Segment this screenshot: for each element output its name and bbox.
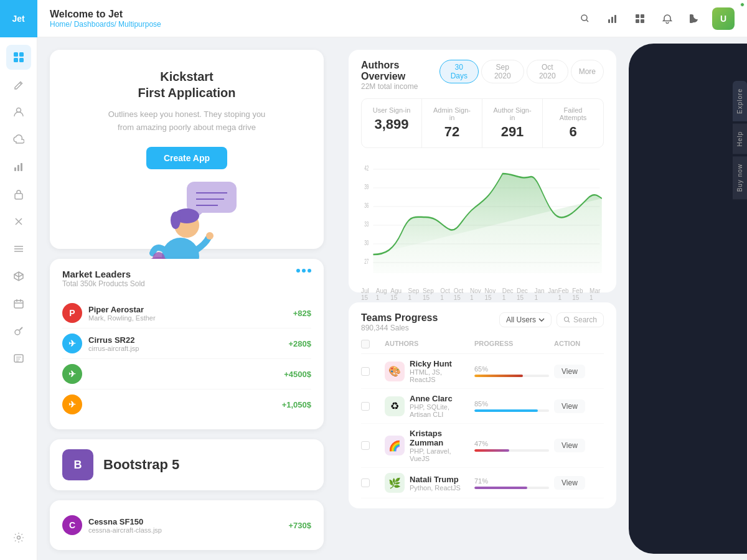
row-checkbox[interactable] <box>361 367 380 376</box>
authors-title-group: Authors Overview 22M total income <box>361 60 439 91</box>
left-column: KickstartFirst Application Outlines keep… <box>37 37 336 560</box>
sidebar-item-cloud[interactable] <box>6 127 31 152</box>
teams-subtitle: 890,344 Sales <box>361 324 438 332</box>
sidebar-item-dashboard[interactable] <box>6 45 31 70</box>
svg-rect-14 <box>608 19 610 23</box>
teams-search[interactable]: Search <box>557 312 604 327</box>
user-filter-label: All Users <box>506 315 536 324</box>
action-anne: View <box>554 399 604 413</box>
analytics-icon[interactable] <box>603 9 622 29</box>
market-value-3: +4500$ <box>284 370 311 379</box>
team-info-kristaps: Kristaps Zumman PHP, Laravel, VueJS <box>410 429 469 462</box>
sidebar-item-lock[interactable] <box>6 182 31 207</box>
table-row: 🌈 Kristaps Zumman PHP, Laravel, VueJS 47… <box>361 424 604 468</box>
row-checkbox-kristaps[interactable] <box>361 441 380 450</box>
svg-text:42: 42 <box>364 165 369 172</box>
teams-table: AUTHORS PROGRESS ACTION 🎨 <box>361 335 604 498</box>
market-leaders-subtitle: Total 350k Products Sold <box>62 279 145 288</box>
bootstrap-icon: B <box>62 449 93 480</box>
market-value-piper: +82$ <box>293 309 311 318</box>
svg-text:36: 36 <box>364 202 369 210</box>
svg-rect-0 <box>14 52 18 57</box>
breadcrumb-dashboards[interactable]: Dashboards/ <box>74 20 116 29</box>
sidebar-item-calendar[interactable] <box>6 291 31 316</box>
sidebar-item-chart[interactable] <box>6 154 31 179</box>
kickstart-description: Outlines keep you honest. They stoping y… <box>106 108 268 134</box>
svg-rect-17 <box>636 14 639 18</box>
col-checkbox <box>361 340 380 348</box>
col-action-label: ACTION <box>554 340 604 348</box>
sidebar-icons <box>6 37 31 525</box>
explore-tab[interactable]: Explore <box>733 81 747 121</box>
market-logo-3: ✈ <box>62 364 82 384</box>
period-tab-oct2020[interactable]: Oct 2020 <box>527 60 568 83</box>
progress-ricky: 65% <box>474 365 549 377</box>
header-title: Welcome to Jet Home/ Dashboards/ Multipu… <box>50 9 568 29</box>
moon-icon[interactable] <box>685 9 705 29</box>
period-tab-30days[interactable]: 30 Days <box>439 60 479 83</box>
stat-author-signin: Author Sign-in 291 <box>482 99 543 147</box>
svg-rect-21 <box>187 182 237 213</box>
svg-rect-7 <box>21 163 22 171</box>
notification-icon[interactable] <box>657 9 677 29</box>
sidebar-item-edit[interactable] <box>6 72 31 97</box>
period-tab-more[interactable]: More <box>571 60 604 83</box>
table-row: 🎨 Ricky Hunt HTML, JS, ReactJS 65% <box>361 354 604 389</box>
authors-chart: 42 39 36 33 30 27 <box>361 158 604 282</box>
user-avatar[interactable]: U <box>712 7 735 30</box>
header-actions: U <box>575 7 735 30</box>
bootstrap-title: Bootstrap 5 <box>103 457 179 473</box>
col-progress-label: PROGRESS <box>474 340 549 348</box>
table-row: 🌿 Natali Trump Python, ReactJS 71% <box>361 468 604 498</box>
avatar-kristaps: 🌈 <box>385 436 405 455</box>
user-filter-select[interactable]: All Users <box>499 312 552 327</box>
sidebar-item-user[interactable] <box>6 100 31 124</box>
period-tab-sep2020[interactable]: Sep 2020 <box>481 60 524 83</box>
authors-subtitle: 22M total income <box>361 82 439 91</box>
header: Welcome to Jet Home/ Dashboards/ Multipu… <box>37 0 747 37</box>
teams-title-group: Teams Progress 890,344 Sales <box>361 312 438 332</box>
breadcrumb-current: Multipurpose <box>118 20 161 29</box>
svg-rect-19 <box>636 19 639 23</box>
search-label: Search <box>573 315 597 324</box>
view-button-natali[interactable]: View <box>554 476 585 490</box>
row-checkbox-natali[interactable] <box>361 478 380 487</box>
sidebar-item-settings[interactable] <box>6 525 31 550</box>
view-button-kristaps[interactable]: View <box>554 439 585 452</box>
chart-area: 42 39 36 33 30 27 <box>361 158 604 282</box>
market-value-cessna: +730$ <box>288 521 311 530</box>
svg-rect-6 <box>17 165 19 171</box>
kickstart-title: KickstartFirst Application <box>138 68 235 101</box>
content-area: KickstartFirst Application Outlines keep… <box>37 37 747 560</box>
authors-header: Authors Overview 22M total income 30 Day… <box>361 60 604 91</box>
table-row: ♻ Anne Clarc PHP, SQLite, Artisan CLI 85… <box>361 389 604 424</box>
dark-right-panel: Explore Help Buy now <box>629 44 747 554</box>
search-icon[interactable] <box>575 9 595 29</box>
sidebar-item-list[interactable] <box>6 346 31 371</box>
grid-icon[interactable] <box>630 9 650 29</box>
avatar-anne: ♻ <box>385 396 405 416</box>
market-dots[interactable] <box>296 269 311 273</box>
view-button-ricky[interactable]: View <box>554 365 585 378</box>
sidebar-item-box[interactable] <box>6 264 31 289</box>
kickstart-card: KickstartFirst Application Outlines keep… <box>50 50 324 249</box>
breadcrumb-home[interactable]: Home/ <box>50 20 72 29</box>
svg-rect-3 <box>19 58 24 62</box>
row-checkbox-anne[interactable] <box>361 402 380 411</box>
main-area: Welcome to Jet Home/ Dashboards/ Multipu… <box>37 0 747 560</box>
help-tab[interactable]: Help <box>733 124 747 154</box>
market-logo-cirrus: ✈ <box>62 334 82 353</box>
buy-now-tab[interactable]: Buy now <box>733 156 747 199</box>
sidebar-item-tools[interactable] <box>6 319 31 343</box>
sidebar-item-menu[interactable] <box>6 236 31 261</box>
stat-failed-attempts: Failed Attempts 6 <box>543 99 603 147</box>
view-button-anne[interactable]: View <box>554 399 585 413</box>
sidebar-logo[interactable]: Jet <box>0 0 37 37</box>
svg-point-30 <box>206 232 214 240</box>
progress-natali: 71% <box>474 477 549 489</box>
svg-point-10 <box>15 330 20 335</box>
create-app-button[interactable]: Create App <box>146 147 227 169</box>
market-row-cirrus: ✈ Cirrus SR22 cirrus-aircraft.jsp +280$ <box>62 329 311 359</box>
sidebar-item-close[interactable] <box>6 209 31 234</box>
side-tabs: Explore Help Buy now <box>733 81 747 200</box>
